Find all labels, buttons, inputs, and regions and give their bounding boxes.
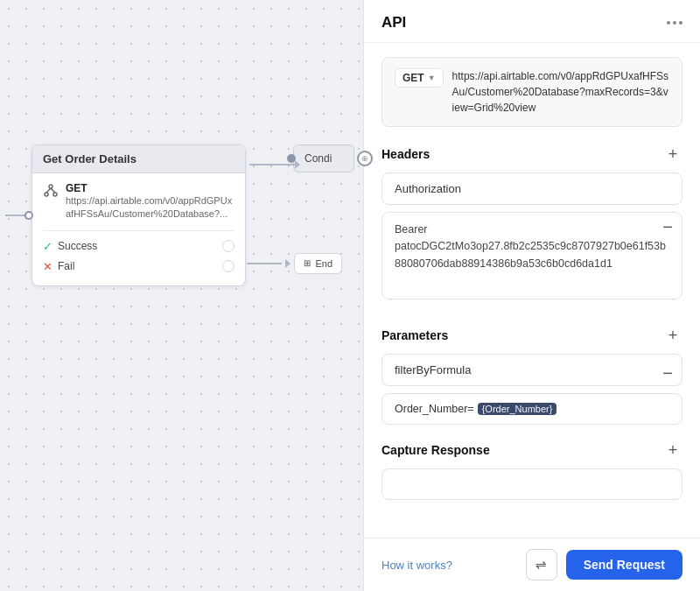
authorization-key-input[interactable]	[382, 172, 682, 205]
how-it-works-link[interactable]: How it works?	[382, 559, 452, 572]
formula-tag[interactable]: {Order_Number}	[478, 403, 557, 415]
method-label: GET	[402, 72, 424, 84]
svg-point-1	[45, 193, 48, 196]
condition-node-label: Condi	[304, 152, 332, 165]
panel-footer: How it works? ⇌ Send Request	[364, 538, 700, 591]
headers-title: Headers	[382, 147, 430, 161]
settings-icon-button[interactable]: ⇌	[526, 549, 557, 580]
svg-line-4	[51, 188, 55, 193]
settings-icon: ⇌	[536, 557, 547, 573]
capture-response-section: Capture Response +	[382, 440, 682, 500]
svg-point-2	[53, 193, 57, 196]
panel-header: API	[364, 0, 700, 43]
formula-prefix: Order_Number=	[395, 403, 474, 415]
method-badge[interactable]: GET ▼	[395, 68, 444, 88]
capture-add-button[interactable]: +	[663, 440, 682, 460]
api-icon	[43, 183, 59, 199]
authorization-value-textarea[interactable]: Bearer patocDGC2tMo3op27.8fb2c2535c9c870…	[382, 212, 682, 299]
parameters-title: Parameters	[382, 328, 448, 342]
url-section: GET ▼ https://api.airtable.com/v0/appRdG…	[382, 57, 682, 127]
node-title: Get Order Details	[32, 145, 245, 173]
capture-response-header: Capture Response +	[382, 440, 682, 460]
fail-output-dot[interactable]	[222, 260, 234, 272]
fail-label: Fail	[58, 260, 74, 272]
success-row[interactable]: ✓ Success	[43, 236, 234, 257]
parameters-section-header: Parameters +	[382, 326, 682, 345]
end-node: ⊞ End	[294, 253, 342, 274]
success-check-icon: ✓	[43, 240, 52, 253]
method-chevron-icon: ▼	[428, 74, 436, 82]
fail-row[interactable]: ✕ Fail	[43, 257, 234, 277]
panel-scroll-area: GET ▼ https://api.airtable.com/v0/appRdG…	[364, 43, 700, 538]
condition-node-stub: Condi ⊕	[293, 144, 354, 172]
panel-title: API	[382, 14, 406, 32]
get-order-details-node[interactable]: Get Order Details GET	[32, 144, 246, 286]
filter-formula-key-input[interactable]	[382, 354, 682, 386]
node-method: GET	[66, 182, 234, 194]
canvas-area: Condi ⊕ Get Order Details	[0, 0, 363, 591]
headers-section-header: Headers +	[382, 144, 682, 164]
parameters-add-button[interactable]: +	[663, 326, 682, 345]
headers-remove-button[interactable]: −	[658, 217, 677, 236]
success-output-dot[interactable]	[222, 240, 234, 252]
svg-point-0	[49, 185, 52, 188]
end-label: End	[315, 258, 332, 269]
api-url-text: https://api.airtable.com/v0/appRdGPUxafH…	[452, 68, 669, 116]
dots-menu-button[interactable]	[667, 21, 682, 25]
capture-response-title: Capture Response	[382, 443, 490, 457]
node-url: https://api.airtable.com/v0/appRdGPUxafH…	[66, 194, 234, 222]
parameters-section: Parameters + − Order_Number={Order_Numbe…	[382, 326, 682, 425]
svg-line-3	[46, 188, 51, 193]
headers-add-button[interactable]: +	[663, 144, 682, 164]
formula-value-field[interactable]: Order_Number={Order_Number}	[382, 393, 682, 425]
api-panel: API GET ▼ https://api.airtable.com/v0/ap…	[363, 0, 700, 591]
capture-response-field[interactable]	[382, 468, 682, 500]
cond-right-icon: ⊕	[357, 151, 373, 166]
parameters-remove-button[interactable]: −	[658, 363, 677, 383]
headers-section: Headers + Bearer patocDGC2tMo3op27.8fb2c…	[382, 144, 682, 310]
send-request-button[interactable]: Send Request	[566, 550, 682, 580]
fail-x-icon: ✕	[43, 260, 52, 273]
success-label: Success	[58, 240, 97, 252]
footer-actions: ⇌ Send Request	[526, 549, 682, 580]
